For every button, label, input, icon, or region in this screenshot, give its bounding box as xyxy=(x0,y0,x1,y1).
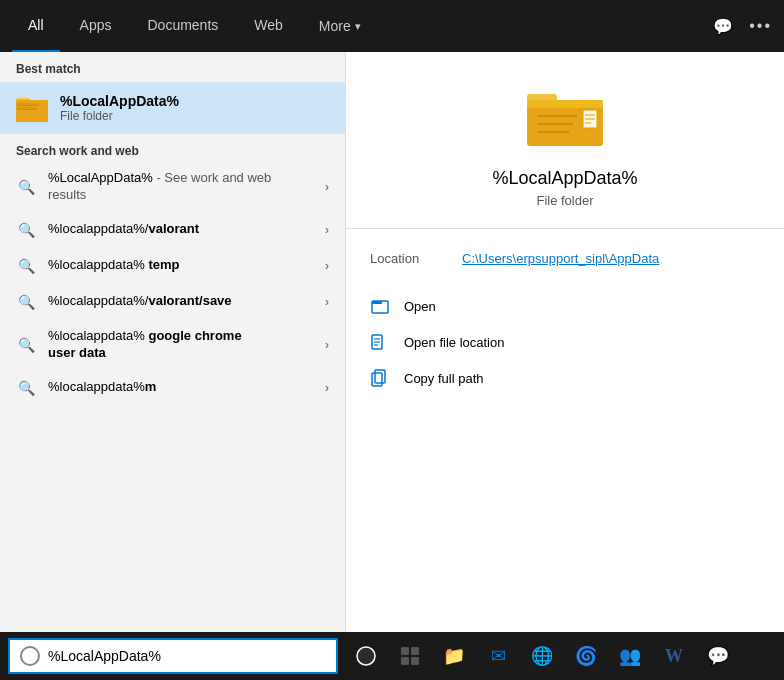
result-text: %localappdata%/valorant xyxy=(48,221,313,238)
result-text: %localappdata%m xyxy=(48,379,313,396)
svg-rect-28 xyxy=(411,657,419,665)
list-item[interactable]: 🔍 %localappdata%m › xyxy=(0,370,345,406)
chevron-right-icon: › xyxy=(325,338,329,352)
chevron-right-icon: › xyxy=(325,223,329,237)
list-item[interactable]: 🔍 %LocalAppData% - See work and web resu… xyxy=(0,162,345,212)
best-match-subtitle: File folder xyxy=(60,109,179,123)
tab-more[interactable]: More ▾ xyxy=(303,0,377,52)
best-match-text: %LocalAppData% File folder xyxy=(60,93,179,123)
left-panel: Best match %LocalAppData% File folder Se… xyxy=(0,52,345,660)
more-options-icon[interactable]: ••• xyxy=(749,17,772,35)
top-nav: All Apps Documents Web More ▾ 💬 ••• xyxy=(0,0,784,52)
copy-full-path-label: Copy full path xyxy=(404,371,484,386)
taskbar-search-input[interactable] xyxy=(48,648,326,664)
open-button[interactable]: Open xyxy=(346,288,784,324)
location-label: Location xyxy=(370,251,450,266)
tab-apps[interactable]: Apps xyxy=(64,0,128,52)
right-panel: %LocalAppData% File folder Location C:\U… xyxy=(345,52,784,660)
divider xyxy=(346,228,784,229)
search-icon: 🔍 xyxy=(16,378,36,398)
chrome-icon[interactable]: 🌐 xyxy=(522,636,562,676)
nav-right-icons: 💬 ••• xyxy=(713,17,772,36)
list-item[interactable]: 🔍 %localappdata%/valorant/save › xyxy=(0,284,345,320)
folder-icon-small xyxy=(16,92,48,124)
search-icon: 🔍 xyxy=(16,335,36,355)
taskbar: 📁 ✉ 🌐 🌀 👥 W 💬 xyxy=(0,632,784,680)
search-icon: 🔍 xyxy=(16,177,36,197)
file-explorer-icon[interactable]: 📁 xyxy=(434,636,474,676)
feedback-icon[interactable]: 💬 xyxy=(713,17,733,36)
discord-icon[interactable]: 💬 xyxy=(698,636,738,676)
taskbar-search-circle-icon xyxy=(20,646,40,666)
chevron-right-icon: › xyxy=(325,295,329,309)
file-location-icon xyxy=(370,332,390,352)
best-match-item[interactable]: %LocalAppData% File folder xyxy=(0,82,345,134)
copy-icon xyxy=(370,368,390,388)
list-item[interactable]: 🔍 %localappdata% temp › xyxy=(0,248,345,284)
search-icon: 🔍 xyxy=(16,220,36,240)
folder-icon-large xyxy=(525,82,605,152)
open-file-location-button[interactable]: Open file location xyxy=(346,324,784,360)
word-icon[interactable]: W xyxy=(654,636,694,676)
svg-rect-25 xyxy=(401,647,409,655)
result-text: %localappdata%/valorant/save xyxy=(48,293,313,310)
open-file-location-label: Open file location xyxy=(404,335,504,350)
best-match-label: Best match xyxy=(0,52,345,82)
search-icon: 🔍 xyxy=(16,292,36,312)
chevron-right-icon: › xyxy=(325,180,329,194)
svg-rect-27 xyxy=(401,657,409,665)
result-subtitle: File folder xyxy=(536,193,593,208)
search-icon: 🔍 xyxy=(16,256,36,276)
location-value[interactable]: C:\Users\erpsupport_sipl\AppData xyxy=(462,251,659,266)
chevron-right-icon: › xyxy=(325,381,329,395)
tab-documents[interactable]: Documents xyxy=(131,0,234,52)
outlook-icon[interactable]: ✉ xyxy=(478,636,518,676)
location-row: Location C:\Users\erpsupport_sipl\AppDat… xyxy=(346,245,784,272)
svg-rect-26 xyxy=(411,647,419,655)
widgets-icon[interactable] xyxy=(390,636,430,676)
open-icon xyxy=(370,296,390,316)
result-text: %localappdata% google chromeuser data xyxy=(48,328,313,362)
more-chevron-icon: ▾ xyxy=(355,20,361,33)
main-area: Best match %LocalAppData% File folder Se… xyxy=(0,52,784,660)
edge-icon[interactable]: 🌀 xyxy=(566,636,606,676)
search-work-web-label: Search work and web xyxy=(0,134,345,162)
result-text: %localappdata% temp xyxy=(48,257,313,274)
result-title: %LocalAppData% xyxy=(492,168,637,189)
chevron-right-icon: › xyxy=(325,259,329,273)
task-view-icon[interactable] xyxy=(346,636,386,676)
svg-rect-22 xyxy=(372,373,382,386)
tab-all[interactable]: All xyxy=(12,0,60,52)
best-match-title: %LocalAppData% xyxy=(60,93,179,109)
open-label: Open xyxy=(404,299,436,314)
tab-web[interactable]: Web xyxy=(238,0,299,52)
result-text: %LocalAppData% - See work and web result… xyxy=(48,170,313,204)
svg-rect-7 xyxy=(527,100,603,108)
svg-point-24 xyxy=(357,647,375,665)
list-item[interactable]: 🔍 %localappdata% google chromeuser data … xyxy=(0,320,345,370)
svg-rect-2 xyxy=(16,100,48,122)
svg-rect-21 xyxy=(375,370,385,383)
teams-icon[interactable]: 👥 xyxy=(610,636,650,676)
taskbar-search-box[interactable] xyxy=(8,638,338,674)
list-item[interactable]: 🔍 %localappdata%/valorant › xyxy=(0,212,345,248)
more-label: More xyxy=(319,18,351,34)
copy-full-path-button[interactable]: Copy full path xyxy=(346,360,784,396)
